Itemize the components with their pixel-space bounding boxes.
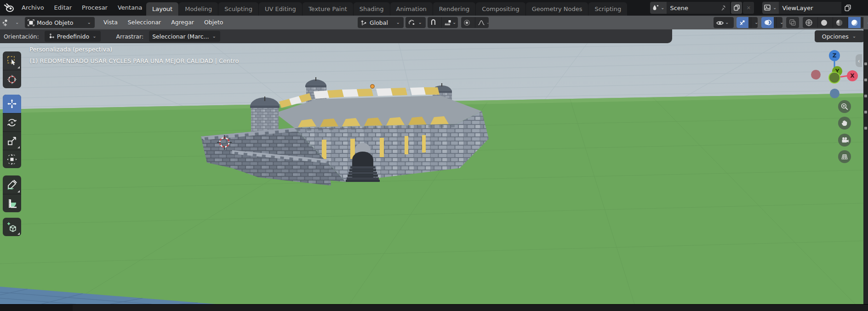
menu-procesar[interactable]: Procesar <box>77 0 113 16</box>
rotate-icon <box>6 117 17 128</box>
chevron-down-icon: ⌄ <box>779 20 784 25</box>
shading-dropdown[interactable]: ⌄ <box>863 17 868 28</box>
proportional-edit-icon <box>463 19 470 26</box>
tab-layout[interactable]: Layout <box>146 2 178 16</box>
magnet-icon <box>430 19 437 26</box>
gizmo-axis-x[interactable]: X <box>847 70 858 81</box>
status-bar-left-segment <box>0 305 73 311</box>
chevron-down-icon: ⌄ <box>211 34 217 39</box>
object-mode-icon <box>28 19 34 26</box>
view-layer-name-field[interactable]: ViewLayer <box>779 2 841 14</box>
pin-icon[interactable] <box>721 5 727 11</box>
tab-geometry-nodes[interactable]: Geometry Nodes <box>526 2 588 16</box>
drag-action-value: Seleccionar (Marc... <box>152 33 209 40</box>
tool-rotate-button[interactable] <box>3 113 21 131</box>
snap-toggle-button[interactable] <box>428 17 439 28</box>
editor-3d-viewport-icon <box>2 18 12 27</box>
tool-transform-button[interactable] <box>3 150 21 168</box>
tool-cursor-button[interactable] <box>3 70 21 88</box>
menu-editar[interactable]: Editar <box>49 0 77 16</box>
scene-unlink-button[interactable]: ✕ <box>743 2 754 14</box>
pan-button[interactable] <box>838 117 851 130</box>
tab-compositing[interactable]: Compositing <box>476 2 525 16</box>
view-layer-browse-button[interactable]: ⌄ <box>762 2 779 14</box>
menu-seleccionar[interactable]: Seleccionar <box>123 16 166 29</box>
menu-agregar[interactable]: Agregar <box>166 16 199 29</box>
shading-rendered-button[interactable] <box>848 17 861 28</box>
toolbar-group-add <box>3 218 21 236</box>
pivot-point-dropdown[interactable]: ⌄ <box>405 17 426 28</box>
orientation-label: Orientación: <box>0 33 43 40</box>
scene-name-field[interactable]: Scene <box>667 2 730 14</box>
properties-edge-strip[interactable] <box>863 29 868 304</box>
annotate-pencil-icon <box>6 179 17 190</box>
drag-label: Arrastrar: <box>113 33 148 40</box>
shading-solid-button[interactable] <box>817 17 830 28</box>
scene-render <box>0 29 868 304</box>
orientation-preset-dropdown[interactable]: Predefinido ⌄ <box>45 31 101 42</box>
move-icon <box>6 98 17 109</box>
menu-archivo[interactable]: Archivo <box>17 0 49 16</box>
gizmo-dropdown[interactable]: ⌄ <box>751 17 761 28</box>
tool-select-box-button[interactable] <box>3 51 21 70</box>
view-name-overlay: Personalizada (perspectiva) <box>29 46 112 53</box>
tab-shading[interactable]: Shading <box>354 2 390 16</box>
editor-type-button[interactable]: ⌄ <box>2 17 20 28</box>
tab-rendering[interactable]: Rendering <box>433 2 475 16</box>
rendered-shading-icon <box>851 19 858 27</box>
mode-dropdown[interactable]: Modo Objeto ⌄ <box>25 17 95 28</box>
visibility-dropdown[interactable]: ⌄ <box>714 17 734 28</box>
tool-move-button[interactable] <box>3 95 21 113</box>
snap-with-dropdown[interactable]: ⌄ <box>441 17 459 28</box>
scene-browse-button[interactable]: ⌄ <box>650 2 667 14</box>
view-navigation-gizmo[interactable]: Z Y X <box>808 47 862 107</box>
shading-wireframe-button[interactable] <box>803 17 815 28</box>
tab-scripting[interactable]: Scripting <box>588 2 627 16</box>
gizmo-axis-z-negative[interactable] <box>830 89 839 98</box>
eye-icon <box>716 19 724 26</box>
pivot-point-icon <box>408 19 415 26</box>
proportional-falloff-dropdown[interactable]: ⌄ <box>475 17 493 28</box>
chevron-down-icon: ⌄ <box>754 20 759 25</box>
transform-orientation-dropdown[interactable]: Global ⌄ <box>358 17 404 28</box>
camera-view-button[interactable] <box>838 134 851 147</box>
drag-action-dropdown[interactable]: Seleccionar (Marc... ⌄ <box>149 31 220 42</box>
3d-viewport-canvas[interactable]: Orientación: Predefinido ⌄ Arrastrar: Se… <box>0 29 868 304</box>
gizmos-control: ⌄ <box>737 17 758 28</box>
gizmo-center-ball[interactable] <box>828 72 840 84</box>
menu-ventana[interactable]: Ventana <box>113 0 147 16</box>
gizmo-axis-z[interactable]: Z <box>829 50 840 61</box>
tool-add-cube-button[interactable] <box>3 218 21 236</box>
close-icon: ✕ <box>747 5 751 11</box>
view-layer-new-button[interactable] <box>842 2 853 14</box>
tab-sculpting[interactable]: Sculpting <box>218 2 258 16</box>
tool-annotate-button[interactable] <box>3 175 21 194</box>
tab-texture-paint[interactable]: Texture Paint <box>303 2 353 16</box>
tool-measure-button[interactable] <box>3 194 21 212</box>
view-layer-name: ViewLayer <box>782 5 813 11</box>
menu-objeto[interactable]: Objeto <box>199 16 228 29</box>
shading-material-button[interactable] <box>833 17 845 28</box>
zoom-button[interactable] <box>838 100 851 113</box>
proportional-edit-toggle[interactable] <box>461 17 473 28</box>
view-layer-selector: ⌄ ViewLayer <box>762 2 853 14</box>
camera-icon <box>840 136 849 144</box>
menu-vista[interactable]: Vista <box>98 16 123 29</box>
options-label: Opciones <box>822 33 849 40</box>
show-overlays-toggle[interactable] <box>761 17 774 28</box>
chevron-down-icon: ⌄ <box>451 20 457 25</box>
sidebar-collapse-arrow[interactable]: ‹ <box>856 54 862 67</box>
blender-logo-icon[interactable] <box>4 3 15 13</box>
scene-new-button[interactable] <box>731 2 742 14</box>
tab-animation[interactable]: Animation <box>390 2 433 16</box>
show-gizmo-toggle[interactable] <box>737 17 748 28</box>
gizmo-axis-x-negative[interactable] <box>811 70 821 79</box>
xray-toggle[interactable] <box>786 17 799 28</box>
overlays-dropdown[interactable]: ⌄ <box>776 17 787 28</box>
toggle-perspective-button[interactable] <box>838 150 851 163</box>
tab-uv-editing[interactable]: UV Editing <box>259 2 302 16</box>
options-dropdown[interactable]: Opciones ⌄ <box>815 30 864 42</box>
tool-scale-button[interactable] <box>3 131 21 150</box>
tab-modeling[interactable]: Modeling <box>179 2 218 16</box>
scene-icon <box>651 4 660 11</box>
